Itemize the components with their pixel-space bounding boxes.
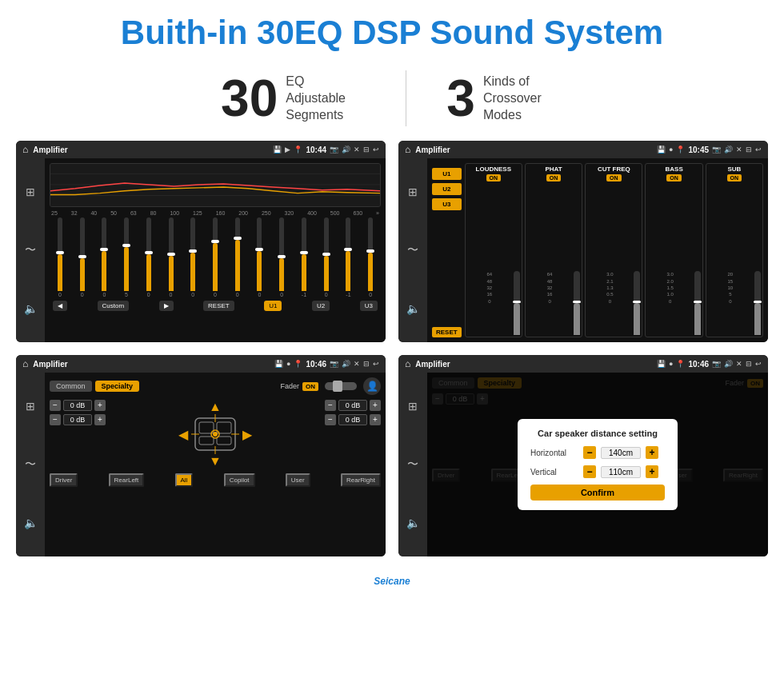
- eq-slider-14[interactable]: 0: [360, 217, 381, 297]
- freq-expand[interactable]: »: [376, 210, 379, 216]
- freq-label-11: 320: [285, 210, 294, 216]
- eq-slider-12[interactable]: 0: [316, 217, 337, 297]
- eq-play-btn[interactable]: ▶: [159, 301, 174, 311]
- eq-prev-btn[interactable]: ◀: [53, 301, 67, 311]
- home-icon[interactable]: ⌂: [22, 144, 28, 155]
- user-btn-3[interactable]: User: [286, 473, 310, 487]
- eq-slider-11[interactable]: -1: [294, 217, 314, 297]
- screen1-statusbar: ⌂ Amplifier 💾 ▶ 📍 10:44 📷 🔊 ✕ ⊟ ↩: [16, 141, 386, 158]
- left-top-plus[interactable]: +: [94, 400, 106, 411]
- screen2-time: 10:45: [688, 146, 709, 154]
- window-icon-3: ⊟: [363, 360, 370, 368]
- screen1-container: ⌂ Amplifier 💾 ▶ 📍 10:44 📷 🔊 ✕ ⊟ ↩ ⊞ 〜 🔈: [16, 141, 386, 342]
- home-icon-2[interactable]: ⌂: [405, 144, 410, 155]
- eq-freq-labels: 25 32 40 50 63 80 100 125 160 200 250 32…: [50, 210, 381, 216]
- vertical-minus[interactable]: −: [583, 465, 596, 478]
- rear-left-btn-3[interactable]: RearLeft: [109, 473, 145, 487]
- left-bot-minus[interactable]: −: [50, 414, 61, 425]
- horizontal-plus[interactable]: +: [646, 446, 658, 459]
- wave-icon-3[interactable]: 〜: [25, 457, 36, 472]
- eq-icon-3[interactable]: ⊞: [26, 400, 35, 413]
- eq-slider-9[interactable]: 0: [250, 217, 270, 297]
- vertical-plus[interactable]: +: [646, 465, 658, 478]
- location-icon-2: 📍: [676, 146, 685, 154]
- driver-btn-3[interactable]: Driver: [50, 473, 78, 487]
- screen2-sidebar: ⊞ 〜 🔈: [398, 158, 427, 342]
- speaker-icon-4[interactable]: 🔈: [406, 517, 420, 529]
- volume-icon-4: 🔊: [724, 360, 733, 368]
- close-icon-3: ✕: [354, 360, 360, 368]
- save-icon-3: 💾: [274, 360, 283, 368]
- screen2-status-icons: 💾 ● 📍 10:45 📷 🔊 ✕ ⊟ ↩: [657, 146, 762, 154]
- left-top-minus[interactable]: −: [50, 400, 61, 411]
- on-tag-3[interactable]: ON: [302, 382, 318, 391]
- all-btn-3[interactable]: All: [175, 473, 194, 487]
- eq-slider-3[interactable]: 5: [116, 217, 137, 297]
- screen3-app-name: Amplifier: [33, 360, 270, 369]
- eq-slider-0[interactable]: 0: [50, 217, 70, 297]
- rear-right-btn-3[interactable]: RearRight: [341, 473, 381, 487]
- right-top-val: 0 dB: [338, 400, 367, 411]
- arrow-left[interactable]: ◀: [178, 427, 188, 442]
- horizontal-minus[interactable]: −: [583, 446, 596, 459]
- home-icon-4[interactable]: ⌂: [405, 358, 410, 369]
- window-icon-4: ⊟: [746, 360, 752, 368]
- crossover-channels: LOUDNESS ON 644832160 PHAT ON 644832160: [465, 163, 763, 337]
- screen2-main: U1 U2 U3 RESET LOUDNESS ON 644832160: [427, 158, 768, 342]
- svg-point-10: [213, 432, 218, 437]
- left-bot-plus[interactable]: +: [94, 414, 106, 425]
- wave-icon-2[interactable]: 〜: [407, 243, 418, 257]
- screen1-status-icons: 💾 ▶ 📍 10:44 📷 🔊 ✕ ⊟ ↩: [273, 146, 379, 154]
- eq-slider-6[interactable]: 0: [182, 217, 203, 297]
- stat2-label: Kinds of Crossover Modes: [483, 74, 563, 123]
- eq-slider-7[interactable]: 0: [205, 217, 226, 297]
- dot-icon-2: ●: [669, 146, 673, 154]
- eq-slider-2[interactable]: 0: [94, 217, 114, 297]
- right-bot-minus[interactable]: −: [325, 414, 336, 425]
- freq-label-0: 25: [51, 210, 58, 216]
- horizontal-label: Horizontal: [530, 449, 578, 457]
- speaker-icon-2[interactable]: 🔈: [406, 302, 420, 315]
- eq-slider-8[interactable]: 0: [227, 217, 248, 297]
- screen2-app-name: Amplifier: [415, 146, 652, 154]
- arrow-down[interactable]: ▼: [209, 454, 222, 469]
- eq-slider-13[interactable]: -1: [338, 217, 359, 297]
- eq-u2-btn[interactable]: U2: [312, 301, 330, 311]
- eq-custom-btn[interactable]: Custom: [98, 301, 130, 311]
- right-top-db: − 0 dB +: [325, 400, 381, 411]
- crossover-reset-btn[interactable]: RESET: [432, 327, 462, 337]
- volume-icon-2: 🔊: [724, 146, 733, 154]
- right-bot-plus[interactable]: +: [370, 414, 381, 425]
- screen3-body: ⊞ 〜 🔈 Common Specialty Fader ON: [16, 373, 386, 556]
- wave-icon[interactable]: 〜: [25, 243, 36, 257]
- eq-reset-btn[interactable]: RESET: [203, 301, 234, 311]
- fader-layout: Common Specialty Fader ON 👤: [50, 377, 381, 552]
- eq-u1-btn[interactable]: U1: [264, 301, 282, 311]
- eq-icon-2[interactable]: ⊞: [408, 185, 418, 198]
- arrow-right[interactable]: ▶: [242, 427, 252, 442]
- wave-icon-4[interactable]: 〜: [407, 457, 418, 472]
- eq-slider-1[interactable]: 0: [72, 217, 93, 297]
- eq-slider-5[interactable]: 0: [161, 217, 182, 297]
- eq-icon-4[interactable]: ⊞: [408, 400, 418, 413]
- speaker-icon-3[interactable]: 🔈: [24, 517, 38, 529]
- confirm-btn[interactable]: Confirm: [530, 485, 665, 501]
- screen3-common-tab[interactable]: Common: [50, 381, 92, 392]
- arrow-up[interactable]: ▲: [209, 400, 222, 414]
- channel-3: BASS ON 3.02.01.51.00: [645, 163, 702, 337]
- right-top-minus[interactable]: −: [325, 400, 336, 411]
- eq-slider-10[interactable]: 0: [271, 217, 292, 297]
- screen3-specialty-tab[interactable]: Specialty: [95, 381, 140, 392]
- home-icon-3[interactable]: ⌂: [22, 358, 28, 369]
- eq-u3-btn[interactable]: U3: [360, 301, 378, 311]
- copilot-btn-3[interactable]: Copilot: [224, 473, 255, 487]
- eq-slider-4[interactable]: 0: [138, 217, 159, 297]
- speaker-icon[interactable]: 🔈: [24, 302, 38, 315]
- u1-btn[interactable]: U1: [432, 168, 462, 180]
- u3-btn[interactable]: U3: [432, 198, 462, 210]
- eq-icon[interactable]: ⊞: [26, 185, 35, 198]
- screen2-body: ⊞ 〜 🔈 U1 U2 U3 RESET LOUDNESS ON 6448321…: [398, 158, 768, 342]
- screen3-status-icons: 💾 ● 📍 10:46 📷 🔊 ✕ ⊟ ↩: [274, 360, 379, 369]
- right-top-plus[interactable]: +: [370, 400, 381, 411]
- u2-btn[interactable]: U2: [432, 183, 462, 195]
